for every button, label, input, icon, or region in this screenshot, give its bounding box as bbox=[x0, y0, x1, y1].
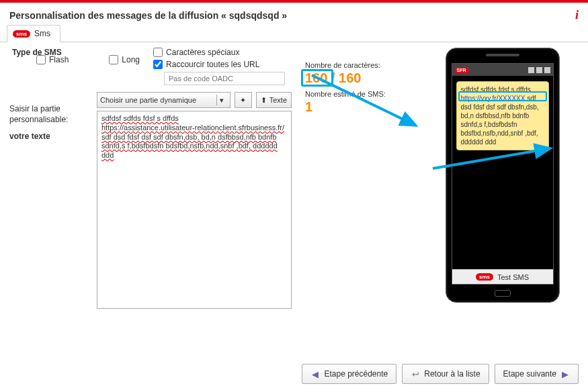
upload-icon: ⬆ bbox=[261, 96, 267, 105]
phone-screen: SFR sdfdsf sdfds fdsf s dffds https://vx… bbox=[452, 63, 554, 285]
shuffle-icon: ✦ bbox=[240, 96, 246, 105]
prev-step-button[interactable]: ◀ Etape précédente bbox=[302, 364, 396, 384]
phone-footer-bar: sms Test SMS bbox=[452, 269, 553, 284]
checkbox-flash-label: Flash bbox=[49, 55, 69, 64]
left-column: Type de SMS Saisir la partie personnalis… bbox=[9, 48, 83, 309]
preview-shortlink: https://vxy.fr/XXXXXX bbox=[461, 95, 526, 102]
tab-label: Sms bbox=[34, 29, 50, 38]
counter-column: Nombre de caractères: 160 / 160 Nombre e… bbox=[305, 48, 413, 309]
sms-count-value: 1 bbox=[305, 99, 413, 115]
sms-icon: sms bbox=[476, 273, 493, 281]
insert-text-button[interactable]: ⬆ Texte bbox=[256, 92, 292, 108]
checkbox-special-chars-label: Caractères spéciaux bbox=[166, 48, 239, 57]
page-header: Personnalisation des messages de la diff… bbox=[0, 3, 588, 25]
back-to-list-button[interactable]: ↩ Retour à la liste bbox=[402, 364, 489, 384]
phone-mockup: SFR sdfdsf sdfds fdsf s dffds https://vx… bbox=[446, 48, 560, 303]
checkbox-special-chars[interactable]: Caractères spéciaux bbox=[153, 48, 259, 57]
phone-speaker bbox=[486, 54, 519, 56]
signal-icon bbox=[528, 67, 534, 73]
oadc-input[interactable] bbox=[164, 72, 285, 85]
perso-label-line1: Saisir la partie bbox=[9, 104, 60, 113]
checkbox-flash-input[interactable] bbox=[36, 55, 46, 64]
checkbox-special-chars-input[interactable] bbox=[153, 48, 163, 57]
char-count-label: Nombre de caractères: bbox=[305, 61, 413, 69]
char-count-value: 160 / 160 bbox=[305, 70, 361, 86]
msg-line-3: sdf dsd fdsf dsf sdf dbsfn,dsb, bd,n dsf… bbox=[101, 133, 277, 141]
checkbox-long-label: Long bbox=[122, 55, 140, 64]
dynamic-part-select-label: Choisir une partie dynamique bbox=[100, 96, 196, 104]
back-to-list-label: Retour à la liste bbox=[424, 369, 480, 379]
tab-strip: sms Sms bbox=[0, 25, 588, 42]
sms-preview-bubble: sdfdsf sdfds fdsf s dffds https://vxy.fr… bbox=[456, 81, 549, 150]
preview-line-1: sdfdsf sdfds fdsf s dffds bbox=[461, 86, 531, 93]
carrier-badge: SFR bbox=[455, 67, 468, 73]
checkbox-shorten-url-input[interactable] bbox=[153, 60, 163, 69]
sms-icon: sms bbox=[13, 30, 30, 38]
battery-icon bbox=[536, 67, 542, 73]
msg-line-2: https://assistance.utilisateur-relationc… bbox=[101, 124, 284, 132]
phone-footer-label: Test SMS bbox=[497, 273, 529, 281]
preview-line-2: sdf dsd fdsf dsf sdf dbsfn,dsb, bd,n dsf… bbox=[461, 95, 539, 146]
message-textarea[interactable]: sdfdsf sdfds fdsf s dffds https://assist… bbox=[97, 111, 292, 309]
perso-label-yourtext: votre texte bbox=[9, 132, 83, 142]
mid-column: Flash Long Caractères spéciaux Raccourci… bbox=[97, 48, 292, 309]
checkbox-long[interactable]: Long bbox=[109, 48, 140, 72]
perso-label: Saisir la partie personnalisable: votre … bbox=[9, 104, 83, 142]
next-step-label: Etape suivante bbox=[503, 369, 556, 379]
info-icon[interactable]: i bbox=[575, 8, 579, 22]
msg-line-5: ddd bbox=[101, 151, 114, 159]
arrow-left-circle-icon: ◀ bbox=[310, 369, 320, 379]
phone-home-button bbox=[495, 290, 511, 297]
tab-sms[interactable]: sms Sms bbox=[7, 25, 60, 42]
insert-text-button-label: Texte bbox=[269, 96, 287, 104]
msg-line-1: sdfdsf sdfds fdsf s dffds bbox=[101, 114, 179, 122]
arrow-right-circle-icon: ▶ bbox=[560, 369, 570, 379]
msg-line-4: sdnfd,s f,bdsfbdsfn bdsfbd,nsfb,ndd,snbf… bbox=[101, 142, 278, 150]
prev-step-label: Etape précédente bbox=[324, 369, 388, 379]
checkbox-flash[interactable]: Flash bbox=[36, 48, 69, 72]
phone-preview-column: SFR sdfdsf sdfds fdsf s dffds https://vx… bbox=[426, 48, 579, 309]
next-step-button[interactable]: Etape suivante ▶ bbox=[495, 364, 579, 384]
wifi-icon bbox=[544, 67, 550, 73]
dynamic-part-select[interactable]: Choisir une partie dynamique ▾ bbox=[97, 92, 230, 108]
perso-label-line2: personnalisable: bbox=[9, 115, 68, 124]
checkbox-shorten-url-label: Raccourcir toutes les URL bbox=[166, 60, 259, 69]
status-icons bbox=[528, 67, 550, 73]
shuffle-button[interactable]: ✦ bbox=[235, 92, 252, 108]
phone-status-bar: SFR bbox=[452, 64, 553, 76]
return-icon: ↩ bbox=[411, 369, 420, 379]
chevron-down-icon: ▾ bbox=[216, 95, 227, 105]
sms-count-label: Nombre estimé de SMS: bbox=[305, 90, 413, 98]
main-content: Type de SMS Saisir la partie personnalis… bbox=[0, 42, 588, 314]
nav-button-row: ◀ Etape précédente ↩ Retour à la liste E… bbox=[302, 364, 579, 384]
checkbox-long-input[interactable] bbox=[109, 55, 118, 64]
page-title: Personnalisation des messages de la diff… bbox=[9, 10, 287, 21]
checkbox-shorten-url[interactable]: Raccourcir toutes les URL bbox=[153, 60, 259, 69]
